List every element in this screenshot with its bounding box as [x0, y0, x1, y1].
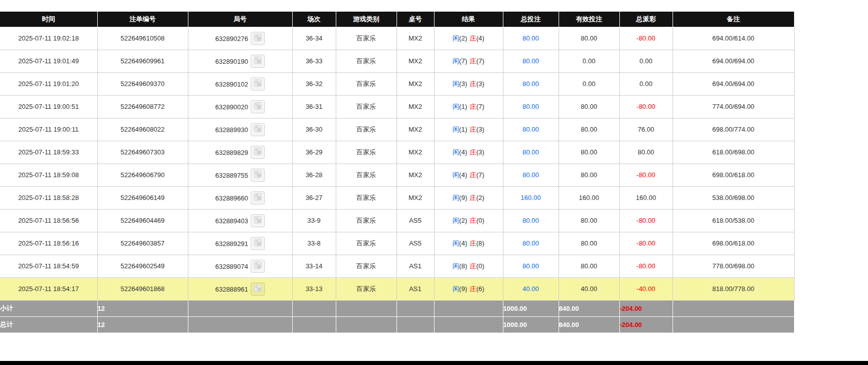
valid-bet-cell: 0.00 [559, 72, 619, 95]
result-cell: 闲(7)庄(7) [434, 50, 503, 72]
video-replay-icon [254, 125, 262, 134]
bet-id-cell: 522649610508 [97, 27, 188, 50]
video-replay-icon [254, 79, 262, 89]
table-row[interactable]: 2025-07-11 18:59:33 522649607303 6328898… [0, 141, 794, 164]
player-score: (1) [459, 126, 467, 133]
player-score: (3) [459, 80, 467, 88]
video-replay-icon [254, 261, 262, 271]
total-bet-cell: 80.00 [503, 164, 559, 186]
video-replay-button[interactable] [251, 282, 265, 296]
result-cell: 闲(2)庄(4) [434, 27, 503, 50]
video-replay-button[interactable] [251, 169, 265, 182]
banker-label: 庄 [470, 217, 477, 224]
col-header-total-bet: 总投注 [503, 12, 559, 27]
valid-bet-cell: 80.00 [559, 27, 619, 50]
bet-records-table-wrap: 时间 注单编号 局号 场次 游戏类别 桌号 结果 总投注 有效投注 总派彩 备注… [0, 12, 794, 333]
grand-total-label: 总计 [0, 316, 97, 333]
game-type-cell: 百家乐 [336, 255, 397, 277]
grand-total-row: 总计 12 1000.00 840.00 -204.00 [0, 316, 794, 333]
remark-cell: 538.00/698.00 [673, 186, 794, 209]
video-replay-button[interactable] [251, 260, 265, 273]
video-replay-button[interactable] [251, 77, 265, 91]
player-label: 闲 [453, 57, 459, 65]
banker-score: (8) [477, 239, 485, 247]
table-no-cell: AS5 [397, 232, 434, 255]
banker-label: 庄 [470, 171, 477, 179]
round-id-cell: 632889930 [188, 118, 292, 141]
session-cell: 36-31 [292, 95, 336, 118]
valid-bet-cell: 80.00 [559, 118, 619, 141]
time-cell: 2025-07-11 18:54:59 [0, 255, 97, 277]
table-row[interactable]: 2025-07-11 19:00:51 522649608772 6328900… [0, 95, 794, 118]
table-row[interactable]: 2025-07-11 19:01:49 522649609961 6328901… [0, 50, 794, 72]
video-replay-button[interactable] [251, 123, 265, 136]
session-cell: 33-14 [292, 255, 336, 277]
table-no-cell: MX2 [397, 118, 434, 141]
result-cell: 闲(4)庄(8) [434, 232, 503, 255]
payout-cell: -80.00 [619, 209, 673, 232]
round-id: 632890276 [215, 34, 248, 42]
table-row[interactable]: 2025-07-11 19:02:18 522649610508 6328902… [0, 27, 794, 50]
player-label: 闲 [453, 34, 459, 42]
session-cell: 36-27 [292, 186, 336, 209]
table-row[interactable]: 2025-07-11 18:54:17 522649601868 6328889… [0, 277, 794, 300]
col-header-time: 时间 [0, 12, 97, 27]
player-label: 闲 [453, 285, 459, 293]
table-row[interactable]: 2025-07-11 18:59:08 522649606790 6328897… [0, 164, 794, 186]
total-bet-cell: 80.00 [503, 27, 559, 50]
round-id-cell: 632890276 [188, 27, 292, 50]
remark-cell: 694.00/694.00 [673, 72, 794, 95]
grand-total-count: 12 [97, 316, 188, 333]
total-bet-cell: 80.00 [503, 232, 559, 255]
subtotal-valid-bet: 840.00 [559, 300, 619, 316]
remark-cell: 698.00/618.00 [673, 164, 794, 186]
round-id: 632889660 [215, 194, 248, 201]
table-row[interactable]: 2025-07-11 19:01:20 522649609370 6328901… [0, 72, 794, 95]
time-cell: 2025-07-11 19:01:49 [0, 50, 97, 72]
video-replay-button[interactable] [251, 55, 265, 68]
banker-score: (6) [477, 285, 485, 293]
video-replay-button[interactable] [251, 146, 265, 159]
col-header-game-type: 游戏类别 [336, 12, 397, 27]
table-body: 2025-07-11 19:02:18 522649610508 6328902… [0, 27, 794, 300]
subtotal-row: 小计 12 1000.00 840.00 -204.00 [0, 300, 794, 316]
subtotal-total-bet: 1000.00 [503, 300, 559, 316]
table-row[interactable]: 2025-07-11 18:56:16 522649603857 6328892… [0, 232, 794, 255]
player-score: (8) [459, 262, 467, 270]
video-replay-button[interactable] [251, 191, 265, 205]
remark-cell: 618.00/698.00 [673, 141, 794, 164]
session-cell: 33-9 [292, 209, 336, 232]
player-label: 闲 [453, 103, 459, 110]
result-cell: 闲(2)庄(0) [434, 209, 503, 232]
result-cell: 闲(1)庄(3) [434, 118, 503, 141]
table-row[interactable]: 2025-07-11 19:00:11 522649608022 6328899… [0, 118, 794, 141]
table-row[interactable]: 2025-07-11 18:58:28 522649606149 6328896… [0, 186, 794, 209]
video-replay-button[interactable] [251, 237, 265, 250]
video-replay-button[interactable] [251, 214, 265, 227]
round-id-cell: 632889829 [188, 141, 292, 164]
banker-score: (0) [477, 262, 485, 270]
table-no-cell: MX2 [397, 141, 434, 164]
total-bet-cell: 80.00 [503, 209, 559, 232]
player-score: (2) [459, 217, 467, 224]
remark-cell: 778.00/698.00 [673, 255, 794, 277]
table-row[interactable]: 2025-07-11 18:54:59 522649602549 6328890… [0, 255, 794, 277]
round-id-cell: 632890020 [188, 95, 292, 118]
video-replay-button[interactable] [251, 32, 265, 45]
video-replay-button[interactable] [251, 100, 265, 113]
total-bet-cell: 80.00 [503, 95, 559, 118]
table-row[interactable]: 2025-07-11 18:56:56 522649604469 6328894… [0, 209, 794, 232]
game-type-cell: 百家乐 [336, 72, 397, 95]
remark-cell: 774.00/694.00 [673, 95, 794, 118]
bet-id-cell: 522649609961 [97, 50, 188, 72]
round-id-cell: 632890190 [188, 50, 292, 72]
video-replay-icon [254, 216, 262, 225]
round-id-cell: 632889403 [188, 209, 292, 232]
banker-label: 庄 [470, 103, 477, 110]
game-type-cell: 百家乐 [336, 95, 397, 118]
col-header-round-id: 局号 [188, 12, 292, 27]
total-bet-cell: 160.00 [503, 186, 559, 209]
bet-id-cell: 522649607303 [97, 141, 188, 164]
table-no-cell: MX2 [397, 186, 434, 209]
subtotal-payout: -204.00 [619, 300, 673, 316]
